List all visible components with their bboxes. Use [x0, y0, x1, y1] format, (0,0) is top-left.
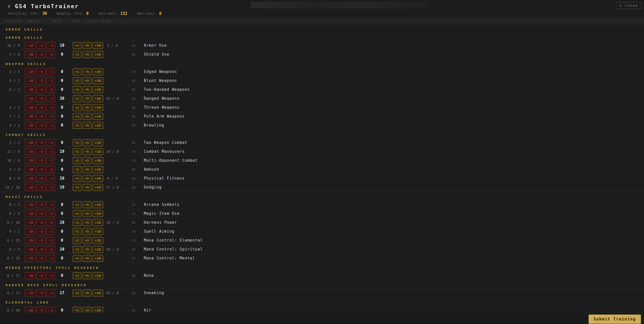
- minus-10-button[interactable]: -10: [25, 113, 35, 120]
- minus-10-button[interactable]: -10: [25, 86, 35, 93]
- minus-10-button[interactable]: -10: [25, 210, 35, 217]
- plus-10-button[interactable]: +10: [92, 201, 103, 208]
- plus-1-button[interactable]: +1: [73, 228, 81, 235]
- minus-1-button[interactable]: -1: [46, 51, 55, 58]
- plus-10-button[interactable]: +10: [92, 157, 103, 164]
- plus-5-button[interactable]: +5: [83, 122, 91, 129]
- minus-5-button[interactable]: -5: [37, 139, 45, 146]
- plus-5-button[interactable]: +5: [83, 77, 91, 84]
- plus-5-button[interactable]: +5: [83, 113, 91, 120]
- plus-10-button[interactable]: +10: [92, 237, 103, 244]
- minus-5-button[interactable]: -5: [37, 113, 45, 120]
- plus-1-button[interactable]: +1: [73, 219, 81, 226]
- minus-10-button[interactable]: -10: [25, 290, 35, 296]
- plus-5-button[interactable]: +5: [83, 228, 91, 235]
- plus-1-button[interactable]: +1: [73, 272, 81, 279]
- minus-10-button[interactable]: -10: [25, 237, 35, 244]
- plus-10-button[interactable]: +10: [92, 272, 103, 279]
- minus-5-button[interactable]: -5: [37, 77, 45, 84]
- plus-10-button[interactable]: +10: [92, 86, 103, 93]
- plus-10-button[interactable]: +10: [92, 113, 103, 120]
- minus-1-button[interactable]: -1: [46, 122, 55, 129]
- close-button[interactable]: x close: [616, 2, 641, 9]
- minus-1-button[interactable]: -1: [46, 95, 55, 102]
- plus-5-button[interactable]: +5: [83, 201, 91, 208]
- minus-5-button[interactable]: -5: [37, 104, 45, 111]
- plus-5-button[interactable]: +5: [83, 157, 91, 164]
- minus-10-button[interactable]: -10: [25, 139, 35, 146]
- plus-1-button[interactable]: +1: [73, 210, 81, 217]
- plus-1-button[interactable]: +1: [73, 86, 81, 93]
- plus-5-button[interactable]: +5: [83, 86, 91, 93]
- minus-5-button[interactable]: -5: [37, 237, 45, 244]
- minus-10-button[interactable]: -10: [25, 148, 35, 155]
- minus-1-button[interactable]: -1: [46, 272, 55, 279]
- minus-1-button[interactable]: -1: [46, 113, 55, 120]
- minus-1-button[interactable]: -1: [46, 157, 55, 164]
- plus-1-button[interactable]: +1: [73, 42, 81, 49]
- minus-5-button[interactable]: -5: [37, 184, 45, 191]
- minus-10-button[interactable]: -10: [25, 51, 35, 58]
- minus-10-button[interactable]: -10: [25, 77, 35, 84]
- minus-10-button[interactable]: -10: [25, 122, 35, 129]
- plus-1-button[interactable]: +1: [73, 51, 81, 58]
- plus-1-button[interactable]: +1: [73, 77, 81, 84]
- plus-5-button[interactable]: +5: [83, 246, 91, 253]
- minus-1-button[interactable]: -1: [46, 175, 55, 182]
- minus-1-button[interactable]: -1: [46, 166, 55, 173]
- minus-5-button[interactable]: -5: [37, 246, 45, 253]
- minus-5-button[interactable]: -5: [37, 219, 45, 226]
- minus-10-button[interactable]: -10: [25, 95, 35, 102]
- minus-5-button[interactable]: -5: [37, 201, 45, 208]
- minus-5-button[interactable]: -5: [37, 166, 45, 173]
- plus-1-button[interactable]: +1: [73, 246, 81, 253]
- plus-5-button[interactable]: +5: [83, 175, 91, 182]
- plus-1-button[interactable]: +1: [73, 290, 81, 296]
- minus-1-button[interactable]: -1: [46, 139, 55, 146]
- plus-1-button[interactable]: +1: [73, 184, 81, 191]
- plus-10-button[interactable]: +10: [92, 255, 103, 262]
- minus-1-button[interactable]: -1: [46, 201, 55, 208]
- minus-5-button[interactable]: -5: [37, 228, 45, 235]
- minus-5-button[interactable]: -5: [37, 210, 45, 217]
- plus-5-button[interactable]: +5: [83, 148, 91, 155]
- plus-1-button[interactable]: +1: [73, 175, 81, 182]
- minus-5-button[interactable]: -5: [37, 86, 45, 93]
- minus-10-button[interactable]: -10: [25, 272, 35, 279]
- plus-5-button[interactable]: +5: [83, 68, 91, 75]
- plus-1-button[interactable]: +1: [73, 201, 81, 208]
- minus-1-button[interactable]: -1: [46, 228, 55, 235]
- minus-10-button[interactable]: -10: [25, 255, 35, 262]
- minus-1-button[interactable]: -1: [46, 255, 55, 262]
- minus-10-button[interactable]: -10: [25, 68, 35, 75]
- minus-10-button[interactable]: -10: [25, 246, 35, 253]
- minus-5-button[interactable]: -5: [37, 148, 45, 155]
- minus-5-button[interactable]: -5: [37, 122, 45, 129]
- minus-1-button[interactable]: -1: [46, 210, 55, 217]
- plus-10-button[interactable]: +10: [92, 122, 103, 129]
- minus-5-button[interactable]: -5: [37, 42, 45, 49]
- plus-5-button[interactable]: +5: [83, 272, 91, 279]
- plus-10-button[interactable]: +10: [92, 51, 103, 58]
- plus-5-button[interactable]: +5: [83, 95, 91, 102]
- plus-5-button[interactable]: +5: [83, 42, 91, 49]
- minus-1-button[interactable]: -1: [46, 42, 55, 49]
- submit-training-button[interactable]: Submit Training: [589, 315, 641, 324]
- plus-10-button[interactable]: +10: [92, 210, 103, 217]
- plus-1-button[interactable]: +1: [73, 68, 81, 75]
- minus-1-button[interactable]: -1: [46, 184, 55, 191]
- plus-1-button[interactable]: +1: [73, 166, 81, 173]
- minus-1-button[interactable]: -1: [46, 86, 55, 93]
- plus-5-button[interactable]: +5: [83, 237, 91, 244]
- plus-10-button[interactable]: +10: [92, 228, 103, 235]
- minus-1-button[interactable]: -1: [46, 219, 55, 226]
- minus-1-button[interactable]: -1: [46, 237, 55, 244]
- plus-1-button[interactable]: +1: [73, 255, 81, 262]
- minus-1-button[interactable]: -1: [46, 104, 55, 111]
- plus-5-button[interactable]: +5: [83, 139, 91, 146]
- plus-1-button[interactable]: +1: [73, 122, 81, 129]
- plus-5-button[interactable]: +5: [83, 184, 91, 191]
- minus-10-button[interactable]: -10: [25, 201, 35, 208]
- plus-5-button[interactable]: +5: [83, 210, 91, 217]
- plus-5-button[interactable]: +5: [83, 166, 91, 173]
